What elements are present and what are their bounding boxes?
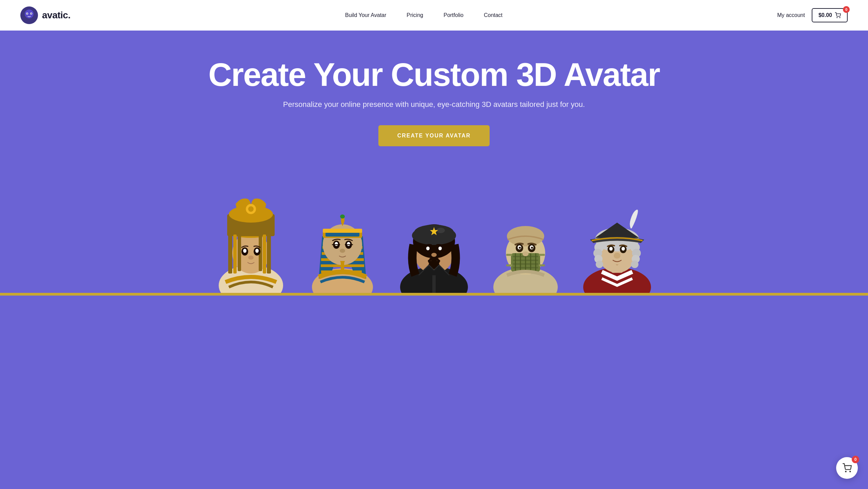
guerrilla-avatar: [390, 173, 478, 296]
svg-point-97: [614, 253, 620, 259]
svg-rect-71: [539, 254, 545, 256]
logo-icon: [20, 6, 38, 24]
svg-point-64: [531, 247, 533, 249]
hannibal-avatar-svg: [483, 173, 568, 296]
svg-point-94: [609, 247, 613, 250]
nav-contact[interactable]: Contact: [484, 12, 502, 18]
main-nav: Build Your Avatar Pricing Portfolio Cont…: [345, 12, 502, 18]
svg-rect-31: [323, 229, 362, 233]
pirate-avatar-svg: [575, 173, 659, 296]
logo-text: avatic.: [42, 10, 71, 21]
svg-point-99: [850, 471, 850, 472]
header-right: My account $0.00 0: [777, 8, 848, 22]
svg-point-7: [840, 17, 840, 18]
cart-price: $0.00: [818, 12, 832, 18]
hannibal-avatar: [481, 173, 570, 296]
svg-point-5: [31, 13, 32, 14]
my-account-link[interactable]: My account: [777, 12, 805, 18]
cart-icon: [835, 12, 841, 18]
svg-point-15: [248, 206, 254, 212]
nav-build-avatar[interactable]: Build Your Avatar: [345, 12, 387, 18]
samurai-avatar-svg: [209, 173, 293, 296]
cart-button[interactable]: $0.00 0: [812, 8, 848, 22]
svg-point-79: [522, 251, 529, 256]
svg-rect-20: [263, 234, 266, 274]
floating-cart-icon: [842, 463, 852, 473]
svg-point-35: [335, 242, 338, 246]
svg-point-25: [255, 249, 259, 253]
svg-point-4: [27, 13, 28, 14]
svg-point-95: [622, 247, 625, 250]
pharaoh-avatar: [298, 173, 387, 296]
svg-point-6: [837, 17, 837, 18]
hero-title: Create Your Custom 3D Avatar: [14, 58, 854, 92]
samurai-avatar: [207, 173, 295, 296]
svg-rect-19: [267, 233, 271, 274]
hero-section: Create Your Custom 3D Avatar Personalize…: [0, 31, 868, 296]
svg-point-91: [631, 261, 638, 268]
svg-rect-73: [539, 264, 545, 266]
cart-badge: 0: [843, 6, 850, 13]
svg-point-24: [243, 249, 246, 253]
guerrilla-avatar-svg: [392, 173, 476, 296]
svg-point-87: [596, 261, 603, 268]
logo-link[interactable]: avatic.: [20, 6, 71, 24]
svg-rect-18: [238, 234, 241, 271]
svg-point-53: [429, 257, 439, 261]
svg-rect-72: [506, 264, 512, 266]
pharaoh-avatar-svg: [300, 173, 385, 296]
svg-point-63: [519, 247, 521, 249]
svg-point-52: [431, 253, 437, 257]
svg-point-26: [248, 256, 254, 260]
svg-point-37: [340, 249, 345, 253]
create-avatar-button[interactable]: CREATE YOUR AVATAR: [378, 125, 490, 146]
floating-cart-badge: 0: [852, 456, 859, 463]
svg-point-51: [438, 246, 442, 250]
nav-pricing[interactable]: Pricing: [407, 12, 423, 18]
svg-point-98: [845, 471, 846, 472]
svg-point-32: [340, 214, 345, 219]
bottom-bar: [0, 293, 868, 296]
site-header: avatic. Build Your Avatar Pricing Portfo…: [0, 0, 868, 31]
svg-point-46: [437, 228, 445, 233]
svg-point-36: [347, 242, 350, 246]
hero-subtitle: Personalize your online presence with un…: [14, 100, 854, 109]
avatars-row: [14, 167, 854, 296]
pirate-avatar: [573, 173, 661, 296]
floating-cart-button[interactable]: 0: [836, 457, 858, 479]
svg-rect-17: [233, 234, 237, 274]
svg-rect-70: [506, 254, 512, 256]
nav-portfolio[interactable]: Portfolio: [443, 12, 463, 18]
svg-rect-16: [228, 233, 232, 274]
svg-point-50: [426, 246, 430, 250]
